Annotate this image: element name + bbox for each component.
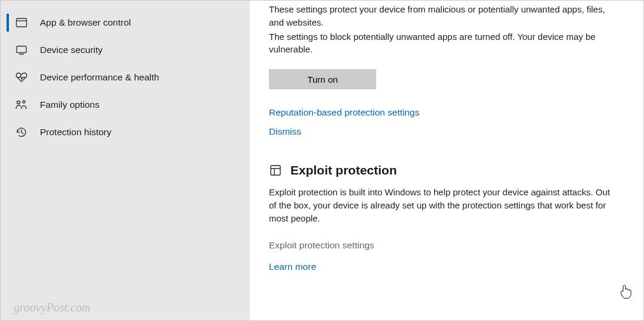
sidebar-item-app-browser[interactable]: App & browser control bbox=[1, 9, 250, 36]
exploit-description: Exploit protection is built into Windows… bbox=[269, 186, 620, 225]
family-icon bbox=[15, 98, 28, 111]
health-icon bbox=[15, 71, 28, 84]
sidebar-item-protection-history[interactable]: Protection history bbox=[1, 119, 250, 146]
svg-point-4 bbox=[17, 101, 20, 104]
svg-rect-2 bbox=[17, 46, 26, 53]
cursor-pointer-icon bbox=[620, 284, 631, 300]
turn-on-button[interactable]: Turn on bbox=[269, 69, 376, 89]
sidebar-item-label: Protection history bbox=[40, 127, 112, 138]
svg-point-5 bbox=[23, 101, 25, 103]
main-content: These settings protect your device from … bbox=[250, 1, 643, 320]
dismiss-link[interactable]: Dismiss bbox=[269, 126, 620, 137]
sidebar-item-device-performance[interactable]: Device performance & health bbox=[1, 64, 250, 91]
svg-rect-0 bbox=[17, 18, 27, 27]
exploit-protection-icon bbox=[269, 164, 282, 177]
sidebar-item-label: Family options bbox=[40, 99, 100, 110]
learn-more-link[interactable]: Learn more bbox=[269, 261, 620, 272]
exploit-protection-settings-link[interactable]: Exploit protection settings bbox=[269, 240, 620, 251]
sidebar-item-label: Device performance & health bbox=[40, 72, 159, 83]
history-icon bbox=[15, 126, 28, 139]
sidebar: App & browser control Device security De… bbox=[1, 1, 250, 320]
device-security-icon bbox=[15, 43, 28, 57]
reputation-settings-link[interactable]: Reputation-based protection settings bbox=[269, 107, 620, 118]
svg-rect-6 bbox=[271, 166, 280, 175]
exploit-heading: Exploit protection bbox=[290, 163, 397, 177]
reputation-description: These settings protect your device from … bbox=[269, 3, 620, 56]
sidebar-item-label: App & browser control bbox=[40, 17, 131, 28]
sidebar-item-device-security[interactable]: Device security bbox=[1, 36, 250, 64]
exploit-protection-section: Exploit protection Exploit protection is… bbox=[269, 163, 620, 272]
reputation-desc-line1: These settings protect your device from … bbox=[269, 3, 620, 29]
app-browser-icon bbox=[15, 16, 28, 29]
reputation-desc-line2: The settings to block potentially unwant… bbox=[269, 30, 620, 57]
sidebar-item-label: Device security bbox=[40, 45, 103, 55]
sidebar-item-family-options[interactable]: Family options bbox=[1, 91, 250, 119]
